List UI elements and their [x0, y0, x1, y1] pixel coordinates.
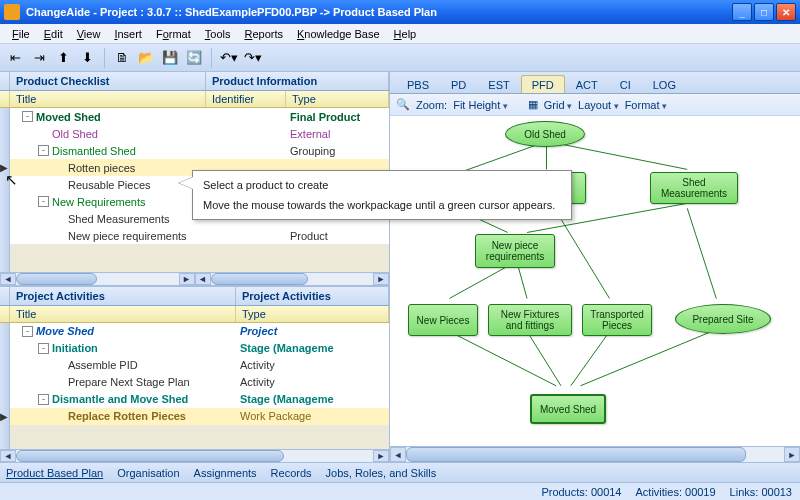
tab-log[interactable]: LOG — [642, 75, 687, 93]
menu-format[interactable]: Format — [150, 26, 197, 42]
node-transported[interactable]: Transported Pieces — [582, 304, 652, 336]
expander-icon[interactable]: - — [38, 394, 49, 405]
maximize-button[interactable]: □ — [754, 3, 774, 21]
menu-file[interactable]: File — [6, 26, 36, 42]
current-row-marker: ▶ — [0, 411, 10, 421]
cursor-icon: ↖ — [5, 171, 18, 189]
node-prepared-site[interactable]: Prepared Site — [675, 304, 771, 334]
menu-tools[interactable]: Tools — [199, 26, 237, 42]
menu-knowledge-base[interactable]: Knowledge Base — [291, 26, 386, 42]
project-activities-pane: Project Activities Project Activities Ti… — [0, 287, 389, 463]
tree-row[interactable]: -Dismantled ShedGrouping — [10, 142, 389, 159]
row-type: Project — [236, 325, 389, 337]
node-new-pieces[interactable]: New Pieces — [408, 304, 478, 336]
node-fixtures[interactable]: New Fixtures and fittings — [488, 304, 572, 336]
close-button[interactable]: ✕ — [776, 3, 796, 21]
diagram-hscroll[interactable]: ◄► — [390, 446, 800, 462]
bottom-tab-1[interactable]: Organisation — [117, 467, 179, 479]
activities-hscroll[interactable]: ◄► — [0, 449, 389, 462]
diagram-pane: PBSPDESTPFDACTCILOG 🔍 Zoom: Fit Height ▦… — [390, 72, 800, 462]
minimize-button[interactable]: _ — [732, 3, 752, 21]
tree-row[interactable]: New piece requirementsProduct — [10, 227, 389, 244]
bottom-tab-0[interactable]: Product Based Plan — [6, 467, 103, 479]
row-type: Product — [286, 230, 389, 242]
expander-icon[interactable]: - — [38, 196, 49, 207]
col-type[interactable]: Type — [286, 91, 389, 107]
tab-est[interactable]: EST — [477, 75, 520, 93]
checklist-hscroll[interactable]: ◄► ◄► — [0, 272, 389, 285]
node-moved-shed[interactable]: Moved Shed — [530, 394, 606, 424]
row-title: Assemble PID — [68, 359, 138, 371]
row-title: Rotten pieces — [68, 162, 135, 174]
activities-tree[interactable]: -Move ShedProject-InitiationStage (Manag… — [10, 323, 389, 425]
menu-view[interactable]: View — [71, 26, 107, 42]
tree-row[interactable]: Prepare Next Stage PlanActivity — [10, 374, 389, 391]
bottom-tab-3[interactable]: Records — [271, 467, 312, 479]
col-title[interactable]: Title — [10, 91, 206, 107]
tree-row[interactable]: Assemble PIDActivity — [10, 357, 389, 374]
zoom-label: Zoom: — [416, 99, 447, 111]
row-title: Moved Shed — [36, 111, 101, 123]
svg-line-2 — [556, 143, 687, 169]
redo-icon[interactable]: ↷▾ — [242, 47, 264, 69]
save-icon[interactable]: 💾 — [159, 47, 181, 69]
refresh-icon[interactable]: 🔄 — [183, 47, 205, 69]
node-shed-measurements[interactable]: Shed Measurements — [650, 172, 738, 204]
row-type: Stage (Manageme — [236, 342, 389, 354]
node-new-piece-req[interactable]: New piece requirements — [475, 234, 555, 268]
tab-pfd[interactable]: PFD — [521, 75, 565, 93]
menu-insert[interactable]: Insert — [108, 26, 148, 42]
menu-bar: File Edit View Insert Format Tools Repor… — [0, 24, 800, 44]
move-down-icon[interactable]: ⬇ — [76, 47, 98, 69]
expander-icon[interactable]: - — [22, 326, 33, 337]
app-icon — [4, 4, 20, 20]
tab-pbs[interactable]: PBS — [396, 75, 440, 93]
grid-dropdown[interactable]: Grid — [544, 99, 572, 111]
svg-line-6 — [517, 264, 527, 299]
expander-icon[interactable]: - — [38, 343, 49, 354]
expander-icon[interactable]: - — [38, 145, 49, 156]
zoom-value-dropdown[interactable]: Fit Height — [453, 99, 508, 111]
menu-reports[interactable]: Reports — [238, 26, 289, 42]
tab-ci[interactable]: CI — [609, 75, 642, 93]
bottom-tab-2[interactable]: Assignments — [194, 467, 257, 479]
bottom-tab-4[interactable]: Jobs, Roles, and Skills — [326, 467, 437, 479]
row-title: New Requirements — [52, 196, 146, 208]
node-old-shed[interactable]: Old Shed — [505, 121, 585, 147]
row-title: Shed Measurements — [68, 213, 170, 225]
row-title: Dismantle and Move Shed — [52, 393, 188, 405]
new-icon[interactable]: 🗎 — [111, 47, 133, 69]
menu-help[interactable]: Help — [388, 26, 423, 42]
tree-row[interactable]: Replace Rotten PiecesWork Package — [10, 408, 389, 425]
tab-act[interactable]: ACT — [565, 75, 609, 93]
svg-line-10 — [527, 331, 561, 385]
tree-row[interactable]: -Move ShedProject — [10, 323, 389, 340]
menu-edit[interactable]: Edit — [38, 26, 69, 42]
tree-row[interactable]: Old ShedExternal — [10, 125, 389, 142]
col-act-title[interactable]: Title — [10, 306, 236, 322]
zoom-icon[interactable]: 🔍 — [396, 98, 410, 111]
expander-icon[interactable]: - — [22, 111, 33, 122]
move-up-icon[interactable]: ⬆ — [52, 47, 74, 69]
tree-row[interactable]: -InitiationStage (Manageme — [10, 340, 389, 357]
status-bar: Products: 00014 Activities: 00019 Links:… — [0, 482, 800, 500]
col-identifier[interactable]: Identifier — [206, 91, 286, 107]
checklist-header[interactable]: Product Checklist — [10, 72, 206, 90]
tab-pd[interactable]: PD — [440, 75, 477, 93]
grid-icon[interactable]: ▦ — [528, 98, 538, 111]
svg-line-12 — [580, 330, 716, 386]
format-dropdown[interactable]: Format — [625, 99, 667, 111]
indent-icon[interactable]: ⇥ — [28, 47, 50, 69]
activities-header1[interactable]: Project Activities — [10, 287, 236, 305]
outdent-icon[interactable]: ⇤ — [4, 47, 26, 69]
tree-row[interactable]: -Dismantle and Move ShedStage (Manageme — [10, 391, 389, 408]
tree-row[interactable]: -Moved ShedFinal Product — [10, 108, 389, 125]
diagram-canvas[interactable]: Old Shed Rotten pieces Reusable Pieces S… — [390, 116, 800, 446]
open-icon[interactable]: 📂 — [135, 47, 157, 69]
product-info-header[interactable]: Product Information — [206, 72, 389, 90]
row-title: Replace Rotten Pieces — [68, 410, 186, 422]
layout-dropdown[interactable]: Layout — [578, 99, 619, 111]
col-act-type[interactable]: Type — [236, 306, 389, 322]
activities-header2[interactable]: Project Activities — [236, 287, 389, 305]
undo-icon[interactable]: ↶▾ — [218, 47, 240, 69]
